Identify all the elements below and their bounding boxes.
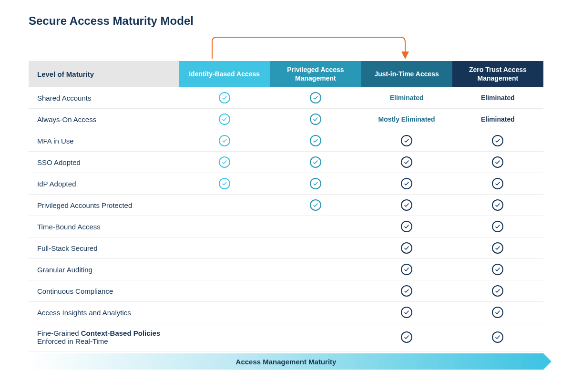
check-icon (219, 178, 230, 189)
maturity-gradient-bar: Access Management Maturity (29, 353, 543, 370)
cell (270, 173, 361, 195)
table-row: Fine-Grained Context-Based Policies Enfo… (29, 323, 543, 351)
cell (452, 195, 543, 216)
row-label: Granular Auditing (29, 259, 179, 280)
cell (179, 195, 270, 216)
row-label: Fine-Grained Context-Based Policies Enfo… (29, 323, 179, 351)
row-label: IdP Adopted (29, 173, 179, 195)
cell (270, 280, 361, 302)
cell (179, 280, 270, 302)
cell (361, 195, 452, 216)
cell (179, 216, 270, 237)
table-row: Access Insights and Analytics (29, 302, 543, 323)
cell (361, 152, 452, 173)
table-row: Shared AccountsEliminatedEliminated (29, 87, 543, 109)
table-row: Privileged Accounts Protected (29, 195, 543, 216)
cell (270, 323, 361, 351)
cell (270, 87, 361, 109)
check-icon (219, 92, 230, 103)
cell (361, 280, 452, 302)
cell (361, 302, 452, 323)
cell: Mostly Eliminated (361, 109, 452, 130)
cell (179, 173, 270, 195)
check-icon (492, 285, 503, 297)
check-icon (492, 135, 503, 146)
cell (452, 302, 543, 323)
check-icon (310, 92, 321, 103)
row-label: Privileged Accounts Protected (29, 195, 179, 216)
header-label: Level of Maturity (29, 61, 179, 87)
cell (452, 130, 543, 152)
cell (452, 237, 543, 259)
cell: Eliminated (452, 87, 543, 109)
transition-arrow (29, 32, 543, 61)
cell (361, 259, 452, 280)
table-row: Full-Stack Secured (29, 237, 543, 259)
cell (270, 152, 361, 173)
row-label: Access Insights and Analytics (29, 302, 179, 323)
row-label: Shared Accounts (29, 87, 179, 109)
header-col-1: Privileged Access Management (270, 61, 361, 87)
check-icon (401, 242, 412, 254)
check-icon (310, 178, 321, 189)
check-icon (492, 264, 503, 275)
cell (270, 109, 361, 130)
cell (179, 109, 270, 130)
check-icon (492, 242, 503, 254)
check-icon (492, 331, 503, 343)
cell: Eliminated (452, 109, 543, 130)
check-icon (401, 135, 412, 146)
cell: Eliminated (361, 87, 452, 109)
check-icon (310, 199, 321, 211)
cell (452, 259, 543, 280)
check-icon (219, 156, 230, 168)
check-icon (401, 221, 412, 232)
check-icon (492, 178, 503, 189)
check-icon (492, 307, 503, 318)
footer-label: Access Management Maturity (236, 358, 337, 366)
header-col-3: Zero Trust Access Management (452, 61, 543, 87)
cell (452, 323, 543, 351)
check-icon (401, 264, 412, 275)
cell (179, 237, 270, 259)
table-header-row: Level of Maturity Identity-Based Access … (29, 61, 543, 87)
check-icon (219, 113, 230, 125)
row-label: Time-Bound Access (29, 216, 179, 237)
cell (270, 195, 361, 216)
cell (361, 130, 452, 152)
maturity-table: Level of Maturity Identity-Based Access … (29, 61, 543, 351)
cell-text: Eliminated (390, 94, 424, 102)
cell (179, 323, 270, 351)
cell-text: Eliminated (481, 115, 515, 123)
table-row: IdP Adopted (29, 173, 543, 195)
table-row: MFA in Use (29, 130, 543, 152)
row-label: MFA in Use (29, 130, 179, 152)
check-icon (401, 307, 412, 318)
check-icon (219, 135, 230, 146)
cell (361, 237, 452, 259)
check-icon (310, 113, 321, 125)
check-icon (401, 331, 412, 343)
check-icon (492, 199, 503, 211)
cell (270, 259, 361, 280)
cell (270, 130, 361, 152)
cell (452, 173, 543, 195)
check-icon (310, 156, 321, 168)
header-col-0: Identity-Based Access (179, 61, 270, 87)
cell (452, 216, 543, 237)
row-label: Always-On Access (29, 109, 179, 130)
row-label: SSO Adopted (29, 152, 179, 173)
row-label: Continuous Compliance (29, 280, 179, 302)
table-row: SSO Adopted (29, 152, 543, 173)
cell (361, 173, 452, 195)
row-label: Full-Stack Secured (29, 237, 179, 259)
cell (270, 302, 361, 323)
cell (179, 302, 270, 323)
cell (270, 216, 361, 237)
page-title: Secure Access Maturity Model (29, 14, 543, 28)
cell (452, 280, 543, 302)
cell (179, 259, 270, 280)
check-icon (310, 135, 321, 146)
cell (179, 87, 270, 109)
table-row: Time-Bound Access (29, 216, 543, 237)
